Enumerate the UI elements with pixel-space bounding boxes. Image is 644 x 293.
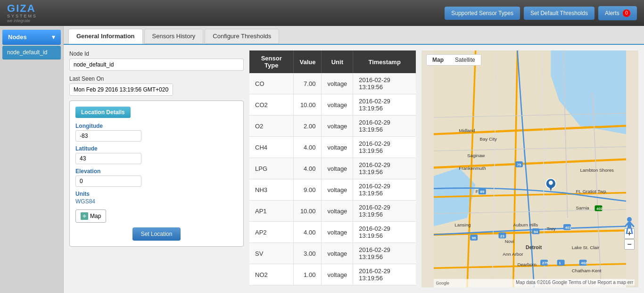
map-set-row: Map (75, 209, 238, 223)
map-view-tabs: Map Satellite (426, 54, 481, 66)
sidebar-nodes-tab[interactable]: Nodes ▾ (2, 30, 61, 45)
tab-configure-thresholds[interactable]: Configure Thresholds (205, 29, 279, 44)
map-icon (81, 212, 88, 220)
elevation-input[interactable] (75, 176, 141, 187)
cell-timestamp: 2016-02-29 13:19:56 (353, 264, 416, 285)
svg-text:Lake St. Clair: Lake St. Clair (572, 245, 600, 250)
col-unit: Unit (322, 50, 353, 73)
cell-unit: voltage (322, 264, 353, 285)
map-area: Map Satellite (421, 50, 638, 287)
svg-line-63 (627, 228, 627, 234)
cell-type: NH3 (249, 179, 294, 201)
cell-type: SV (249, 243, 294, 264)
col-sensor-type: Sensor Type (249, 50, 294, 73)
map-btn-label: Map (90, 213, 101, 219)
svg-text:Ann Arbor: Ann Arbor (503, 251, 523, 257)
last-seen-label: Last Seen On (69, 75, 244, 82)
last-seen-input[interactable] (69, 84, 173, 96)
node-id-label: Node Id (69, 50, 244, 57)
set-location-button[interactable]: Set Location (132, 227, 181, 241)
sensor-table-wrap: Sensor Type Value Unit Timestamp CO7.00v… (249, 50, 416, 287)
alerts-badge: 0 (623, 9, 630, 17)
cell-timestamp: 2016-02-29 13:19:56 (353, 201, 416, 222)
alerts-label: Alerts (605, 9, 619, 16)
latitude-label: Latitude (75, 145, 238, 152)
logo: GIZA SYSTEMS we integrate (7, 3, 37, 23)
cell-value: 7.00 (294, 73, 322, 94)
sidebar-expand-icon: ▾ (52, 33, 55, 41)
cell-timestamp: 2016-02-29 13:19:56 (353, 137, 416, 158)
table-row: CH44.00voltage2016-02-29 13:19:56 (249, 137, 416, 158)
cell-type: CO2 (249, 94, 294, 116)
svg-text:23: 23 (500, 234, 504, 238)
table-row: LPG4.00voltage2016-02-29 13:19:56 (249, 158, 416, 179)
units-label: Units (75, 191, 238, 197)
cell-value: 9.00 (294, 179, 322, 201)
svg-text:Dearborn: Dearborn (517, 262, 537, 267)
map-button[interactable]: Map (75, 209, 106, 223)
sidebar-tab-label: Nodes (8, 33, 27, 41)
cell-unit: voltage (322, 94, 353, 116)
svg-text:275: 275 (542, 261, 549, 265)
svg-text:75: 75 (517, 163, 521, 167)
svg-text:401: 401 (565, 226, 572, 230)
latitude-field: Latitude (75, 145, 238, 164)
table-row: CO7.00voltage2016-02-29 13:19:56 (249, 73, 416, 94)
svg-text:Novi: Novi (505, 239, 514, 244)
cell-unit: voltage (322, 73, 353, 94)
table-row: AP24.00voltage2016-02-29 13:19:56 (249, 222, 416, 243)
node-id-input[interactable] (69, 59, 244, 71)
elevation-field: Elevation (75, 168, 238, 187)
cell-type: LPG (249, 158, 294, 179)
supported-sensor-types-button[interactable]: Supported Sensor Types (445, 7, 520, 20)
cell-value: 4.00 (294, 137, 322, 158)
cell-timestamp: 2016-02-29 13:19:56 (353, 222, 416, 243)
svg-text:Saginaw: Saginaw (467, 153, 485, 158)
svg-text:Auburn Hills: Auburn Hills (513, 222, 538, 227)
tab-general-information[interactable]: General Information (68, 29, 143, 44)
cell-value: 2.00 (294, 116, 322, 137)
svg-text:Sarnia: Sarnia (576, 205, 590, 210)
table-row: CO210.00voltage2016-02-29 13:19:56 (249, 94, 416, 116)
map-tab-satellite[interactable]: Satellite (449, 55, 481, 65)
content-panel: Node Id Last Seen On Location Details Lo… (64, 45, 644, 293)
cell-timestamp: 2016-02-29 13:19:56 (353, 158, 416, 179)
units-group: Units WGS84 (75, 191, 238, 205)
tab-sensors-history[interactable]: Sensors History (144, 29, 204, 44)
cell-unit: voltage (322, 179, 353, 201)
cell-value: 10.00 (294, 201, 322, 222)
cell-value: 4.00 (294, 158, 322, 179)
cell-type: AP1 (249, 201, 294, 222)
main-layout: Nodes ▾ node_default_id General Informat… (0, 26, 644, 293)
longitude-field: Longitude (75, 123, 238, 142)
longitude-input[interactable] (75, 130, 141, 142)
logo-systems: SYSTEMS (7, 14, 37, 18)
units-value: WGS84 (75, 198, 238, 205)
zoom-out-button[interactable]: − (624, 239, 635, 250)
svg-text:Bay City: Bay City (480, 136, 497, 142)
svg-text:69: 69 (480, 190, 484, 194)
cell-type: CO (249, 73, 294, 94)
svg-text:Troy: Troy (546, 226, 555, 231)
sidebar-item-node-default[interactable]: node_default_id (2, 46, 61, 59)
location-box: Location Details Longitude Latitude Elev… (69, 100, 244, 247)
map-tab-map[interactable]: Map (427, 55, 449, 65)
map-attribution: Map data ©2016 Google Terms of Use Repor… (514, 279, 635, 285)
svg-text:94: 94 (534, 230, 538, 234)
svg-text:Ft. Gratiot Twp.: Ft. Gratiot Twp. (576, 189, 607, 194)
sensor-table: Sensor Type Value Unit Timestamp CO7.00v… (249, 50, 416, 285)
set-default-thresholds-button[interactable]: Set Default Thresholds (524, 7, 594, 20)
cell-timestamp: 2016-02-29 13:19:56 (353, 179, 416, 201)
map-svg: Midland Bay City Saginaw Frankenmuth Fli… (421, 50, 638, 287)
svg-text:Midland: Midland (459, 128, 475, 133)
svg-text:402: 402 (596, 207, 603, 211)
cell-unit: voltage (322, 243, 353, 264)
sidebar-scroll: node_default_id (0, 45, 63, 293)
cell-timestamp: 2016-02-29 13:19:56 (353, 94, 416, 116)
latitude-input[interactable] (75, 153, 141, 164)
cell-unit: voltage (322, 201, 353, 222)
alerts-button[interactable]: Alerts 0 (598, 6, 637, 20)
svg-point-61 (627, 217, 632, 222)
svg-text:Detroit: Detroit (526, 244, 542, 250)
street-view-pegman[interactable] (624, 217, 635, 235)
